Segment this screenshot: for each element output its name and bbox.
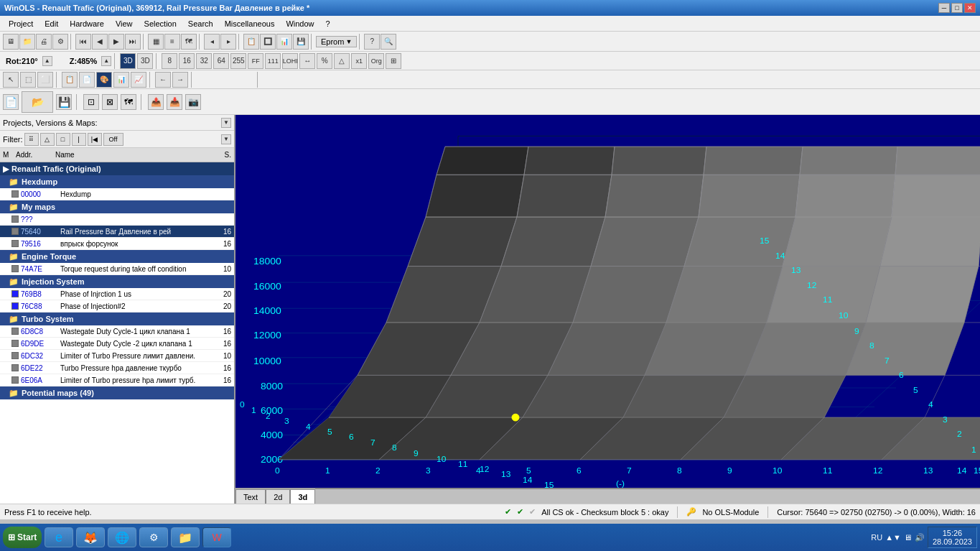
tb-icon-grid[interactable]: ⊞ xyxy=(386,53,401,69)
subgroup-mymaps[interactable]: 📁 My maps xyxy=(0,200,234,213)
tb-save[interactable]: 💾 xyxy=(293,34,309,50)
item-mymaps-unknown[interactable]: ??? xyxy=(0,213,234,226)
menu-search[interactable]: Search xyxy=(182,18,219,29)
item-6de22[interactable]: 6DE22 Turbo Pressure hpa давление ткурбо… xyxy=(0,362,234,374)
tb-cursor[interactable]: ↖ xyxy=(3,72,19,88)
tb-lohie[interactable]: LOHI xyxy=(282,53,298,69)
filter-btn-off[interactable]: Off xyxy=(103,133,123,146)
tb-view1[interactable]: 📋 xyxy=(243,34,259,50)
item-769b8[interactable]: 769B8 Phase of Injrction 1 us 20 xyxy=(0,288,234,300)
subgroup-potential[interactable]: 📁 Potential maps (49) xyxy=(0,386,234,399)
menu-miscellaneous[interactable]: Miscellaneous xyxy=(219,18,281,29)
btn-photo[interactable]: 📷 xyxy=(185,94,201,110)
filter-btn-3[interactable]: □ xyxy=(56,133,70,146)
rot-input[interactable]: ▲ xyxy=(42,56,52,66)
tb-prev[interactable]: ◀ xyxy=(92,34,108,50)
tb-sel1[interactable]: ⬚ xyxy=(20,72,36,88)
z-input[interactable]: ▲ xyxy=(101,56,111,66)
tb-num1[interactable]: 8 xyxy=(162,53,177,69)
taskbar-chrome[interactable]: 🌐 xyxy=(108,527,136,547)
btn-compare[interactable]: ⊡ xyxy=(83,94,99,110)
tb-view2[interactable]: 🔲 xyxy=(260,34,276,50)
tb-delta[interactable]: △ xyxy=(334,53,350,69)
item-hexdump[interactable]: 00000 Hexdump xyxy=(0,188,234,200)
eprom-selector[interactable]: Eprom ▼ xyxy=(316,36,357,47)
item-6d8c8[interactable]: 6D8C8 Wastegate Duty Cycle-1 цикл клапан… xyxy=(0,325,234,338)
close-button[interactable]: ✕ xyxy=(964,3,976,13)
tb-num5[interactable]: 255 xyxy=(230,53,246,69)
tb-x1[interactable]: x1 xyxy=(351,53,367,69)
start-button[interactable]: ⊞ Start xyxy=(3,527,42,548)
tb-help[interactable]: ? xyxy=(364,34,380,50)
tab-3d[interactable]: 3d xyxy=(290,489,315,504)
menu-window[interactable]: Window xyxy=(280,18,319,29)
filter-btn-2[interactable]: △ xyxy=(40,133,55,146)
tb-view-3d-1[interactable]: 3D xyxy=(120,53,136,69)
maximize-button[interactable]: □ xyxy=(951,3,963,13)
item-76c88[interactable]: 76C88 Phase of Injection#2 20 xyxy=(0,300,234,312)
tb-hex-ff[interactable]: FF xyxy=(248,53,263,69)
tb-chart2[interactable]: 📊 xyxy=(113,72,129,88)
tb-prev-prev[interactable]: ⏮ xyxy=(75,34,91,50)
tab-2d[interactable]: 2d xyxy=(266,489,290,504)
item-6e06a[interactable]: 6E06A Limiter of Turbo pressure hpa лими… xyxy=(0,374,234,386)
tb-unkn1[interactable]: ⚙ xyxy=(52,34,68,50)
menu-edit[interactable]: Edit xyxy=(39,18,64,29)
taskbar-winols[interactable]: W xyxy=(202,527,231,547)
btn-export[interactable]: 📤 xyxy=(148,94,164,110)
tb-num3[interactable]: 32 xyxy=(196,53,212,69)
menu-selection[interactable]: Selection xyxy=(139,18,182,29)
taskbar-ie[interactable]: e xyxy=(45,527,73,547)
tb-list[interactable]: ≡ xyxy=(164,34,180,50)
item-74a7e[interactable]: 74A7E Torque request during take off con… xyxy=(0,263,234,275)
btn-new-file[interactable]: 📄 xyxy=(3,94,19,110)
menu-hardware[interactable]: Hardware xyxy=(64,18,110,29)
tb-open[interactable]: 📁 xyxy=(19,34,35,50)
item-6dc32[interactable]: 6DC32 Limiter of Turbo Pressure лимит да… xyxy=(0,350,234,362)
tb-left[interactable]: ◂ xyxy=(204,34,220,50)
tb-paste[interactable]: 📄 xyxy=(79,72,95,88)
tb-color[interactable]: 🎨 xyxy=(96,72,112,88)
tb-play[interactable]: ▶ xyxy=(108,34,124,50)
taskbar-firefox[interactable]: 🦊 xyxy=(76,527,105,547)
clock-display[interactable]: 15:26 28.09.2023 xyxy=(928,527,977,548)
tree-view[interactable]: ▶ Renault Trafic (Original) 📁 Hexdump 00… xyxy=(0,162,234,504)
tb-num4[interactable]: 64 xyxy=(213,53,229,69)
btn-map[interactable]: 🗺 xyxy=(121,94,136,110)
tb-next[interactable]: ⏭ xyxy=(125,34,141,50)
tb-info[interactable]: 🔍 xyxy=(381,34,396,50)
item-6d9de[interactable]: 6D9DE Wastegate Duty Cycle -2 цикл клапа… xyxy=(0,338,234,350)
tb-move-left[interactable]: ← xyxy=(155,72,171,88)
menu-help[interactable]: ? xyxy=(320,18,336,29)
item-75640[interactable]: 75640 Rail Pressure Bar Давление в рей 1… xyxy=(0,226,234,238)
filter-btn-4[interactable]: | xyxy=(72,133,86,146)
tb-new[interactable]: 🖥 xyxy=(3,34,19,50)
btn-compare2[interactable]: ⊠ xyxy=(102,94,118,110)
btn-open-file[interactable]: 📂 xyxy=(22,91,53,113)
tb-hex-111[interactable]: 111 xyxy=(265,53,281,69)
tb-copy[interactable]: 📋 xyxy=(62,72,78,88)
eprom-dropdown-icon[interactable]: ▼ xyxy=(345,38,352,45)
tb-right[interactable]: ▸ xyxy=(220,34,236,50)
filter-btn-1[interactable]: ⠿ xyxy=(24,133,39,146)
tab-text[interactable]: Text xyxy=(235,489,266,504)
item-79516[interactable]: 79516 впрыск форсунок 16 xyxy=(0,238,234,250)
btn-import[interactable]: 📥 xyxy=(167,94,182,110)
group-renault[interactable]: ▶ Renault Trafic (Original) xyxy=(0,162,234,175)
tb-move-right[interactable]: → xyxy=(172,72,188,88)
subgroup-injection[interactable]: 📁 Injection System xyxy=(0,275,234,288)
tb-percent[interactable]: % xyxy=(317,53,332,69)
menu-project[interactable]: Project xyxy=(3,18,39,29)
tb-view3[interactable]: 📊 xyxy=(276,34,292,50)
tb-view-3d-2[interactable]: 3D xyxy=(137,53,153,69)
tb-arrow[interactable]: ↔ xyxy=(299,53,315,69)
tb-org[interactable]: Org xyxy=(368,53,384,69)
subgroup-hexdump[interactable]: 📁 Hexdump xyxy=(0,175,234,188)
taskbar-app1[interactable]: ⚙ xyxy=(139,527,168,547)
tb-print[interactable]: 🖨 xyxy=(36,34,52,50)
taskbar-explorer[interactable]: 📁 xyxy=(171,527,200,547)
subgroup-engine-torque[interactable]: 📁 Engine Torque xyxy=(0,250,234,263)
tb-chart3[interactable]: 📈 xyxy=(131,72,146,88)
subgroup-turbo[interactable]: 📁 Turbo System xyxy=(0,312,234,325)
filter-btn-5[interactable]: |◀ xyxy=(88,133,102,146)
